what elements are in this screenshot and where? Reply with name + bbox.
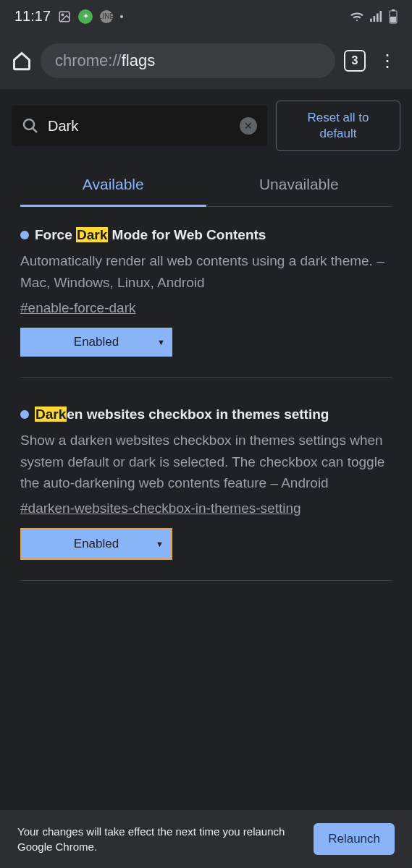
more-notifications-icon: [120, 15, 123, 18]
flag-select-value: Enabled: [74, 537, 119, 551]
browser-toolbar: chrome://flags 3 ⋮: [0, 33, 412, 89]
flag-hash[interactable]: #enable-force-dark: [20, 300, 135, 316]
flag-select-value: Enabled: [74, 335, 119, 349]
flag-title-text: Darken websites checkbox in themes setti…: [35, 407, 329, 422]
search-input[interactable]: [48, 118, 231, 135]
search-box: ✕: [12, 106, 267, 146]
search-row: ✕ Reset all to default: [0, 89, 412, 163]
flag-description: Automatically render all web contents us…: [20, 250, 392, 293]
svg-rect-2: [370, 18, 372, 21]
flag-item: Darken websites checkbox in themes setti…: [20, 407, 392, 581]
image-icon: [58, 10, 71, 23]
svg-rect-5: [379, 11, 382, 22]
reset-all-button[interactable]: Reset all to default: [276, 101, 400, 151]
svg-rect-7: [392, 9, 395, 11]
svg-rect-4: [377, 13, 379, 22]
svg-rect-3: [374, 16, 376, 22]
flag-title-text: Force Dark Mode for Web Contents: [35, 227, 266, 243]
relaunch-bar: Your changes will take effect the next t…: [0, 810, 412, 868]
status-bar: 11:17 ✦ LINE: [0, 0, 412, 33]
tab-count-value: 3: [352, 54, 358, 67]
flag-description: Show a darken websites checkbox in theme…: [20, 430, 392, 493]
status-right: [350, 9, 398, 24]
tab-switcher[interactable]: 3: [344, 50, 366, 72]
flag-title: Force Dark Mode for Web Contents: [20, 227, 392, 243]
svg-point-1: [62, 14, 63, 15]
flag-item: Force Dark Mode for Web Contents Automat…: [20, 227, 392, 378]
status-dot-icon: [20, 231, 29, 239]
status-dot-icon: [20, 410, 29, 419]
flag-title: Darken websites checkbox in themes setti…: [20, 407, 392, 422]
url-bar[interactable]: chrome://flags: [41, 43, 335, 78]
status-left: 11:17 ✦ LINE: [14, 8, 123, 25]
flag-hash[interactable]: #darken-websites-checkbox-in-themes-sett…: [20, 501, 301, 516]
wifi-icon: [350, 11, 364, 22]
tab-available[interactable]: Available: [20, 163, 206, 206]
more-menu-icon[interactable]: ⋮: [374, 51, 400, 71]
app-icon: ✦: [78, 9, 93, 24]
flag-select[interactable]: Enabled ▼: [20, 528, 172, 560]
tab-unavailable[interactable]: Unavailable: [206, 163, 392, 206]
clear-search-icon[interactable]: ✕: [240, 117, 257, 135]
home-icon[interactable]: [12, 51, 32, 71]
flags-list: Force Dark Mode for Web Contents Automat…: [0, 207, 412, 630]
url-path: flags: [122, 51, 155, 70]
flag-select[interactable]: Enabled ▼: [20, 328, 172, 357]
chevron-down-icon: ▼: [157, 338, 165, 346]
relaunch-text: Your changes will take effect the next t…: [17, 824, 302, 854]
svg-point-9: [24, 119, 34, 129]
search-icon: [22, 117, 39, 135]
tabs: Available Unavailable: [20, 163, 392, 207]
svg-rect-8: [390, 17, 396, 22]
line-app-icon: LINE: [100, 10, 113, 23]
signal-icon: [370, 11, 383, 22]
relaunch-button[interactable]: Relaunch: [314, 823, 395, 855]
chevron-down-icon: ▼: [156, 540, 164, 548]
battery-icon: [389, 9, 398, 24]
status-time: 11:17: [14, 8, 51, 25]
url-scheme: chrome://: [55, 51, 122, 70]
